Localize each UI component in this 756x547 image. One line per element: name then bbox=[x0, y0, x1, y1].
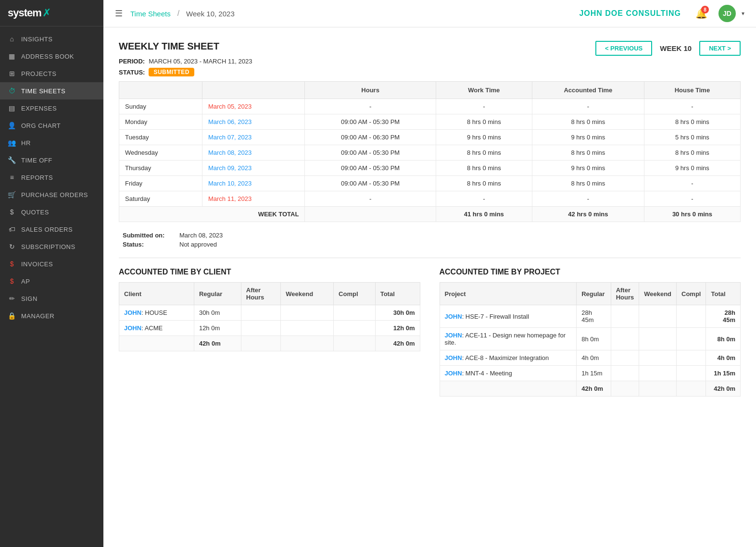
sidebar-item-label: TIME OFF bbox=[21, 157, 52, 164]
invoices-icon: $ bbox=[8, 260, 16, 268]
sign-icon: ✏ bbox=[8, 295, 16, 302]
sidebar-item-purchase-orders[interactable]: 🛒 PURCHASE ORDERS bbox=[0, 186, 103, 203]
week-navigation: < PREVIOUS WEEK 10 NEXT > bbox=[595, 41, 741, 56]
col-hours: Hours bbox=[305, 82, 436, 99]
period-value: MARCH 05, 2023 - MARCH 11, 2023 bbox=[149, 58, 252, 65]
sidebar-item-sign[interactable]: ✏ SIGN bbox=[0, 290, 103, 307]
notification-button[interactable]: 🔔 8 bbox=[693, 5, 710, 22]
table-row-date[interactable]: March 10, 2023 bbox=[202, 176, 305, 191]
sidebar-item-insights[interactable]: ⌂ INSIGHTS bbox=[0, 30, 103, 48]
after-cell bbox=[611, 350, 639, 366]
table-row-work: 8 hrs 0 mins bbox=[436, 145, 532, 161]
sidebar-item-subscriptions[interactable]: ↻ SUBSCRIPTIONS bbox=[0, 238, 103, 255]
proj-col-regular: Regular bbox=[577, 283, 611, 305]
table-row-date[interactable]: March 09, 2023 bbox=[202, 161, 305, 176]
sidebar-item-time-sheets[interactable]: ⏱ TIME SHEETS bbox=[0, 82, 103, 99]
total-cell: 8h 0m bbox=[706, 328, 741, 350]
hr-icon: 👥 bbox=[8, 139, 16, 147]
regular-cell: 12h 0m bbox=[194, 321, 241, 336]
projects-icon: ⊞ bbox=[8, 70, 16, 77]
breadcrumb-current: Week 10, 2023 bbox=[186, 10, 235, 18]
total-cell: 28h 45m bbox=[706, 305, 741, 328]
proj-after-total bbox=[611, 381, 639, 397]
sidebar-item-manager[interactable]: 🔒 MANAGER bbox=[0, 307, 103, 324]
week-total-work: 41 hrs 0 mins bbox=[436, 207, 532, 222]
next-week-button[interactable]: NEXT > bbox=[699, 41, 741, 56]
table-row-work: 8 hrs 0 mins bbox=[436, 161, 532, 176]
after-cell bbox=[611, 328, 639, 350]
table-row-hours: 09:00 AM - 06:30 PM bbox=[305, 130, 436, 145]
table-row-date[interactable]: March 06, 2023 bbox=[202, 114, 305, 130]
weekend-cell bbox=[639, 328, 677, 350]
expenses-icon: ▤ bbox=[8, 104, 16, 112]
table-row: JOHN: ACE-8 - Maximizer Integration 4h 0… bbox=[440, 350, 741, 366]
sidebar-item-projects[interactable]: ⊞ PROJECTS bbox=[0, 65, 103, 82]
sidebar-item-time-off[interactable]: 🔧 TIME OFF bbox=[0, 151, 103, 169]
table-row-date[interactable]: March 05, 2023 bbox=[202, 99, 305, 114]
table-row-date[interactable]: March 07, 2023 bbox=[202, 130, 305, 145]
regular-cell: 28h 45m bbox=[577, 305, 611, 328]
client-col-compl: Compl bbox=[334, 283, 376, 305]
sidebar-item-label: TIME SHEETS bbox=[21, 87, 65, 95]
avatar-initials: JD bbox=[723, 10, 731, 17]
avatar-chevron-icon[interactable]: ▾ bbox=[742, 10, 744, 17]
timeoff-icon: 🔧 bbox=[8, 156, 16, 164]
sidebar-item-org-chart[interactable]: 👤 ORG CHART bbox=[0, 117, 103, 134]
table-row-house: 8 hrs 0 mins bbox=[644, 145, 740, 161]
client-total-value: 42h 0m bbox=[375, 336, 420, 351]
project-cell: JOHN: HSE-7 - Firewall Install bbox=[440, 305, 577, 328]
content-area: WEEKLY TIME SHEET PERIOD: MARCH 05, 2023… bbox=[103, 27, 756, 547]
compl-cell bbox=[677, 366, 706, 381]
proj-total-regular: 42h 0m bbox=[577, 381, 611, 397]
sidebar: system ✗ ⌂ INSIGHTS ▦ ADDRESS BOOK ⊞ PRO… bbox=[0, 0, 103, 547]
orgchart-icon: 👤 bbox=[8, 122, 16, 129]
sidebar-item-ap[interactable]: $ AP bbox=[0, 273, 103, 290]
purchaseorders-icon: 🛒 bbox=[8, 191, 16, 199]
breadcrumb-timesheets-link[interactable]: Time Sheets bbox=[130, 10, 171, 18]
total-cell: 30h 0m bbox=[375, 305, 420, 321]
sidebar-item-reports[interactable]: ≡ REPORTS bbox=[0, 169, 103, 186]
after-cell bbox=[611, 366, 639, 381]
table-row: JOHN: HSE-7 - Firewall Install 28h 45m 2… bbox=[440, 305, 741, 328]
regular-cell: 4h 0m bbox=[577, 350, 611, 366]
table-row-accounted: 9 hrs 0 mins bbox=[532, 130, 644, 145]
client-total-regular: 42h 0m bbox=[194, 336, 241, 351]
week-total-empty bbox=[305, 207, 436, 222]
proj-col-weekend: Weekend bbox=[639, 283, 677, 305]
table-row-hours: - bbox=[305, 191, 436, 207]
sidebar-item-label: REPORTS bbox=[21, 174, 53, 181]
regular-cell: 1h 15m bbox=[577, 366, 611, 381]
col-day bbox=[119, 82, 202, 99]
table-row-hours: 09:00 AM - 05:30 PM bbox=[305, 114, 436, 130]
status-badge: SUBMITTED bbox=[149, 68, 194, 76]
table-row-date[interactable]: March 11, 2023 bbox=[202, 191, 305, 207]
client-col-client: Client bbox=[119, 283, 194, 305]
week-total-accounted: 42 hrs 0 mins bbox=[532, 207, 644, 222]
sidebar-item-invoices[interactable]: $ INVOICES bbox=[0, 255, 103, 273]
table-row-day: Sunday bbox=[119, 99, 202, 114]
avatar[interactable]: JD bbox=[718, 5, 736, 22]
accounted-client-title: ACCOUNTED TIME BY CLIENT bbox=[119, 268, 420, 276]
table-row-accounted: 8 hrs 0 mins bbox=[532, 114, 644, 130]
bottom-section: ACCOUNTED TIME BY CLIENT Client Regular … bbox=[119, 268, 741, 397]
table-row-date[interactable]: March 08, 2023 bbox=[202, 145, 305, 161]
table-row-accounted: - bbox=[532, 191, 644, 207]
logo: system ✗ bbox=[0, 0, 103, 26]
table-row-work: 9 hrs 0 mins bbox=[436, 130, 532, 145]
header: ☰ Time Sheets / Week 10, 2023 JOHN DOE C… bbox=[103, 0, 756, 27]
previous-week-button[interactable]: < PREVIOUS bbox=[595, 41, 652, 56]
accounted-by-project: ACCOUNTED TIME BY PROJECT Project Regula… bbox=[440, 268, 741, 397]
sidebar-item-sales-orders[interactable]: 🏷 SALES ORDERS bbox=[0, 221, 103, 238]
compl-cell bbox=[334, 321, 376, 336]
project-total-row: 42h 0m 42h 0m bbox=[440, 381, 741, 397]
sidebar-item-address-book[interactable]: ▦ ADDRESS BOOK bbox=[0, 48, 103, 65]
menu-toggle[interactable]: ☰ bbox=[115, 8, 123, 19]
sidebar-item-expenses[interactable]: ▤ EXPENSES bbox=[0, 99, 103, 117]
table-row-hours: 09:00 AM - 05:30 PM bbox=[305, 176, 436, 191]
table-row-day: Friday bbox=[119, 176, 202, 191]
weekend-cell bbox=[639, 305, 677, 328]
sidebar-item-hr[interactable]: 👥 HR bbox=[0, 134, 103, 151]
table-row-house: - bbox=[644, 99, 740, 114]
sidebar-item-quotes[interactable]: $ QUOTES bbox=[0, 203, 103, 221]
compl-cell bbox=[677, 350, 706, 366]
